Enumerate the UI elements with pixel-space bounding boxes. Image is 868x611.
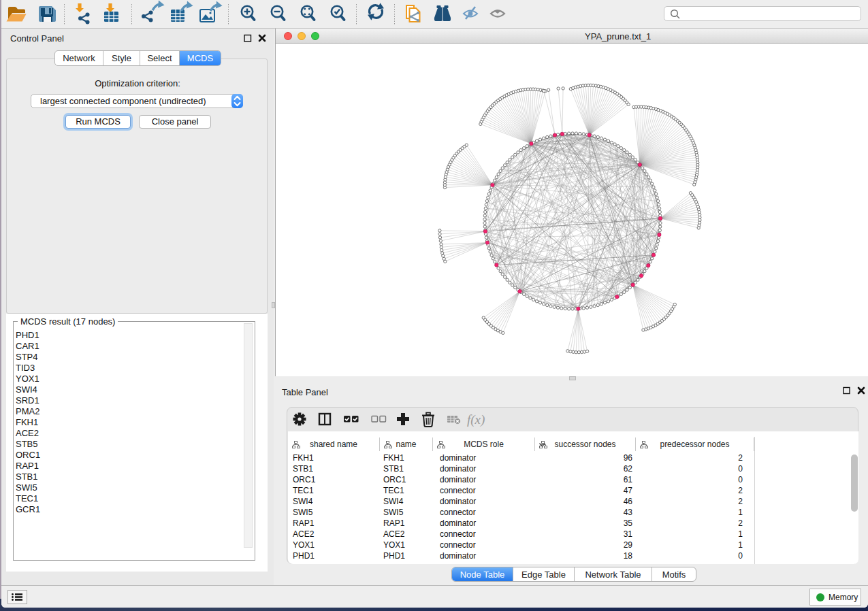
svg-text:f(x): f(x)	[467, 412, 485, 427]
